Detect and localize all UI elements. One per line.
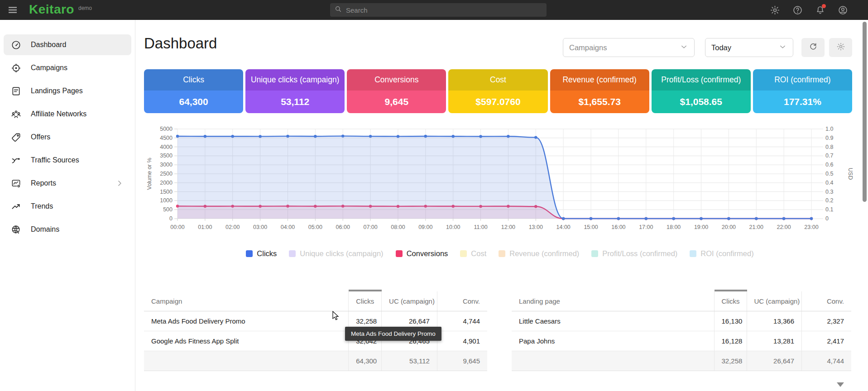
legend-item-revenue-confirmed[interactable]: Revenue (confirmed): [499, 249, 579, 258]
legend-item-conversions[interactable]: Conversions: [396, 249, 448, 258]
svg-text:20:00: 20:00: [722, 224, 736, 230]
table-row[interactable]: Little Caesars16,13013,3662,327: [512, 311, 851, 331]
sidebar-item-trends[interactable]: Trends: [4, 196, 131, 217]
refresh-button[interactable]: [801, 38, 825, 57]
legend-swatch: [591, 250, 598, 257]
row-name-cell[interactable]: Papa Johns: [512, 331, 714, 351]
date-range-select[interactable]: Today: [705, 38, 793, 57]
column-header-conv[interactable]: Conv.: [437, 291, 487, 311]
column-header-conv[interactable]: Conv.: [802, 291, 852, 311]
totals-row: 32,25826,6474,744: [512, 351, 851, 371]
legend-swatch: [460, 250, 467, 257]
sidebar-item-reports[interactable]: Reports: [4, 173, 131, 194]
app-logo[interactable]: Keitaro demo: [29, 2, 92, 17]
column-header-campaign[interactable]: Campaign: [144, 291, 349, 311]
stat-card-value: 177.31%: [753, 91, 852, 113]
legend-item-clicks[interactable]: Clicks: [246, 249, 277, 258]
refresh-icon: [809, 42, 818, 53]
row-name-cell[interactable]: Meta Ads Food Delivery Promo: [144, 311, 349, 331]
landings-table: Landing pageClicksUC (campaign)Conv.Litt…: [512, 290, 851, 371]
stat-cards: Clicks64,300Unique clicks (campaign)53,1…: [144, 69, 852, 113]
stat-card-profit-loss-confirmed[interactable]: Profit/Loss (confirmed)$1,058.65: [652, 69, 751, 113]
svg-text:17:00: 17:00: [639, 224, 653, 230]
stat-card-roi-confirmed[interactable]: ROI (confirmed)177.31%: [753, 69, 852, 113]
row-value-cell: 13,281: [747, 331, 802, 351]
stat-card-label: Unique clicks (campaign): [245, 69, 345, 91]
svg-text:USD: USD: [847, 168, 854, 180]
stat-card-conversions[interactable]: Conversions9,645: [347, 69, 446, 113]
sidebar-item-affiliate-networks[interactable]: Affiliate Networks: [4, 104, 131, 124]
svg-text:1.0: 1.0: [825, 126, 833, 132]
sidebar-item-label: Affiliate Networks: [31, 110, 86, 118]
legend-item-roi-confirmed[interactable]: ROI (confirmed): [690, 249, 753, 258]
search-box[interactable]: [330, 3, 547, 17]
sidebar-item-label: Domains: [31, 225, 59, 234]
search-input[interactable]: [346, 6, 542, 14]
svg-text:1500: 1500: [160, 189, 173, 195]
table-header-row: Landing pageClicksUC (campaign)Conv.: [512, 291, 851, 311]
svg-text:0.4: 0.4: [825, 180, 833, 186]
stat-card-value: $1,058.65: [652, 91, 751, 113]
row-name-cell[interactable]: Little Caesars: [512, 311, 714, 331]
column-header-landing-page[interactable]: Landing page: [512, 291, 714, 311]
sidebar-item-label: Reports: [31, 179, 56, 187]
stat-card-clicks[interactable]: Clicks64,300: [144, 69, 243, 113]
column-header-clicks[interactable]: Clicks: [714, 291, 747, 311]
sidebar-item-label: Traffic Sources: [31, 156, 79, 164]
help-icon[interactable]: [792, 5, 803, 15]
svg-text:07:00: 07:00: [363, 224, 377, 230]
affiliate-networks-icon: [11, 109, 21, 119]
stat-card-cost[interactable]: Cost$597.0760: [448, 69, 547, 113]
svg-text:0.3: 0.3: [825, 189, 833, 195]
column-header-uc-campaign[interactable]: UC (campaign): [382, 291, 437, 311]
column-header-clicks[interactable]: Clicks: [349, 291, 382, 311]
menu-icon[interactable]: [7, 5, 18, 15]
dashboard-icon: [11, 40, 21, 50]
sidebar-item-traffic-sources[interactable]: Traffic Sources: [4, 150, 131, 171]
svg-text:18:00: 18:00: [667, 224, 681, 230]
notifications-icon[interactable]: [815, 5, 825, 15]
sidebar-item-label: Dashboard: [31, 41, 66, 49]
dashboard-settings-button[interactable]: [829, 38, 852, 57]
total-cell: 32,258: [714, 351, 747, 371]
gear-icon: [836, 42, 845, 53]
svg-text:00:00: 00:00: [170, 224, 184, 230]
account-icon[interactable]: [838, 5, 848, 15]
stat-card-unique-clicks-campaign[interactable]: Unique clicks (campaign)53,112: [245, 69, 345, 113]
total-cell: 4,744: [802, 351, 852, 371]
stat-card-value: 9,645: [347, 91, 446, 113]
sidebar-item-dashboard[interactable]: Dashboard: [4, 34, 131, 55]
topbar-icons: [770, 0, 848, 20]
scroll-down-icon[interactable]: [837, 382, 844, 387]
table-row[interactable]: Papa Johns16,12813,2812,417: [512, 331, 851, 351]
total-cell: 64,300: [349, 351, 382, 371]
svg-text:14:00: 14:00: [556, 224, 571, 230]
svg-text:0.1: 0.1: [825, 206, 833, 213]
stat-card-label: Profit/Loss (confirmed): [652, 69, 751, 91]
column-header-uc-campaign[interactable]: UC (campaign): [747, 291, 802, 311]
legend-label: ROI (confirmed): [700, 249, 753, 258]
date-range-value: Today: [711, 43, 731, 52]
settings-icon[interactable]: [770, 5, 780, 15]
svg-text:10:00: 10:00: [446, 224, 460, 230]
stat-card-label: Cost: [448, 69, 547, 91]
sidebar-item-campaigns[interactable]: Campaigns: [4, 57, 131, 78]
legend-item-cost[interactable]: Cost: [460, 249, 486, 258]
legend-item-profit-loss-confirmed[interactable]: Profit/Loss (confirmed): [591, 249, 677, 258]
sidebar-item-domains[interactable]: Domains: [4, 219, 131, 240]
legend-item-unique-clicks-campaign[interactable]: Unique clicks (campaign): [289, 249, 383, 258]
legend-label: Profit/Loss (confirmed): [602, 249, 677, 258]
scrollbar-thumb[interactable]: [863, 22, 867, 202]
stat-card-revenue-confirmed[interactable]: Revenue (confirmed)$1,655.73: [550, 69, 649, 113]
traffic-chart: 0500100015002000250030003500400045005000…: [144, 126, 856, 238]
sidebar-item-offers[interactable]: Offers: [4, 127, 131, 148]
row-name-cell[interactable]: Google Ads Fitness App Split: [144, 331, 349, 351]
sidebar-item-landings-pages[interactable]: Landings Pages: [4, 81, 131, 101]
svg-text:02:00: 02:00: [225, 224, 240, 230]
campaigns-filter-select[interactable]: Campaigns: [563, 38, 695, 57]
svg-text:500: 500: [163, 206, 173, 213]
logo-text: Keitaro: [29, 2, 74, 17]
svg-text:1000: 1000: [160, 197, 173, 204]
offers-icon: [11, 132, 21, 143]
svg-text:3500: 3500: [160, 153, 173, 159]
